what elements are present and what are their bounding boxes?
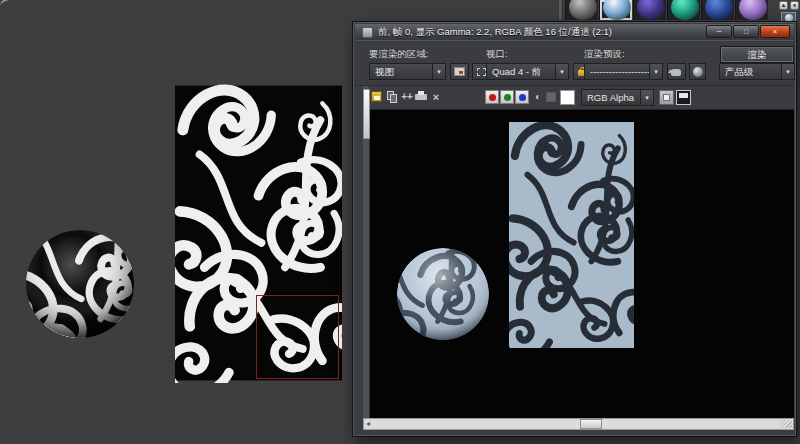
vertical-scrollbar[interactable] bbox=[363, 86, 370, 418]
render-region-outline[interactable] bbox=[256, 295, 339, 379]
alpha-channel-button[interactable] bbox=[546, 92, 556, 102]
green-channel-button[interactable] bbox=[500, 90, 514, 104]
horizontal-scrollbar-thumb[interactable] bbox=[580, 419, 602, 429]
rendered-frame-window: 前, 帧 0, 显示 Gamma: 2.2, RGBA 颜色 16 位/通道 (… bbox=[352, 21, 797, 437]
blue-channel-button[interactable] bbox=[515, 90, 529, 104]
material-sphere-icon bbox=[569, 0, 597, 20]
material-slot-teal[interactable] bbox=[667, 0, 701, 20]
material-slot-lavender[interactable] bbox=[735, 0, 769, 20]
scroll-left-arrow-icon[interactable]: ◂ bbox=[366, 419, 370, 429]
area-to-render-dropdown[interactable]: 视图 ▾ bbox=[369, 63, 446, 80]
save-image-button[interactable] bbox=[370, 90, 384, 104]
crop-region-icon bbox=[477, 68, 486, 76]
material-sphere-icon bbox=[637, 0, 665, 20]
chevron-down-icon: ▾ bbox=[555, 64, 568, 79]
window-titlebar[interactable]: 前, 帧 0, 显示 Gamma: 2.2, RGBA 颜色 16 位/通道 (… bbox=[355, 24, 794, 40]
rendered-plane bbox=[509, 122, 634, 348]
sample-sphere-button[interactable] bbox=[781, 12, 796, 21]
maximize-button[interactable]: □ bbox=[733, 25, 759, 38]
image-icon bbox=[454, 67, 465, 76]
material-sphere-icon bbox=[603, 0, 631, 20]
chevron-down-icon: ▾ bbox=[649, 64, 662, 79]
monochrome-button[interactable]: ◐ bbox=[531, 90, 545, 104]
render-setup-button[interactable] bbox=[667, 63, 686, 80]
background-color-swatch[interactable] bbox=[560, 90, 575, 105]
edit-region-button[interactable] bbox=[450, 63, 469, 80]
vertical-scrollbar-thumb[interactable] bbox=[363, 89, 370, 139]
viewport-dropdown[interactable]: Quad 4 - 前 ▾ bbox=[486, 63, 569, 80]
material-slot-blue[interactable] bbox=[701, 0, 735, 20]
environment-button[interactable] bbox=[689, 63, 706, 80]
render-preset-label: 渲染预设: bbox=[584, 48, 625, 61]
area-to-render-label: 要渲染的区域: bbox=[369, 48, 429, 61]
horizontal-scrollbar[interactable]: ◂ bbox=[363, 418, 794, 430]
sample-type-sphere-button[interactable]: ● bbox=[790, 1, 799, 10]
sample-type-up-button[interactable]: ▲ bbox=[779, 1, 788, 10]
viewport-material-sphere[interactable] bbox=[25, 229, 135, 339]
floppy-disk-icon bbox=[371, 91, 382, 102]
toggle-ui-button[interactable] bbox=[676, 90, 691, 105]
render-controls-toolbar: 要渲染的区域: 视图 ▾ 视口: Quad 4 - 前 ▾ 渲染预设: ----… bbox=[355, 40, 794, 86]
overlay-icon bbox=[663, 94, 670, 101]
viewport-label: 视口: bbox=[486, 48, 508, 61]
clear-image-button[interactable]: × bbox=[429, 90, 443, 104]
rendered-sphere bbox=[396, 247, 490, 341]
channel-display-dropdown[interactable]: RGB Alpha ▾ bbox=[581, 89, 654, 106]
sphere-icon bbox=[785, 14, 793, 21]
teapot-icon bbox=[671, 69, 681, 76]
red-channel-button[interactable] bbox=[485, 90, 499, 104]
render-preset-dropdown[interactable]: ------------------- ▾ bbox=[584, 63, 663, 80]
printer-icon bbox=[415, 94, 427, 100]
toggle-ui-overlays-button[interactable] bbox=[659, 90, 674, 105]
rendered-image-area[interactable] bbox=[363, 110, 794, 418]
chevron-down-icon: ▾ bbox=[781, 64, 794, 79]
chevron-down-icon: ▾ bbox=[432, 64, 445, 79]
material-sphere-icon bbox=[739, 0, 767, 20]
material-slot-indigo[interactable] bbox=[633, 0, 667, 20]
render-quality-dropdown[interactable]: 产品级 ▾ bbox=[719, 63, 795, 80]
chevron-down-icon: ▾ bbox=[640, 90, 653, 105]
copy-image-button[interactable] bbox=[385, 90, 399, 104]
material-sphere-icon bbox=[705, 0, 733, 20]
monitor-icon bbox=[679, 93, 688, 98]
environment-sphere-icon bbox=[693, 67, 703, 77]
material-slots bbox=[565, 0, 769, 20]
material-editor-divider bbox=[558, 0, 563, 20]
resize-grip[interactable] bbox=[780, 420, 792, 428]
image-toolbar: ++ × ◐ RGB Alpha ▾ bbox=[370, 86, 794, 110]
clone-window-button[interactable]: ++ bbox=[400, 90, 414, 104]
blue-dot-icon bbox=[519, 94, 526, 101]
material-slot-textured[interactable] bbox=[599, 0, 633, 20]
render-button[interactable]: 渲染 bbox=[720, 46, 794, 63]
window-teapot-icon bbox=[362, 27, 373, 38]
print-image-button[interactable] bbox=[414, 90, 428, 104]
max-viewport: ▲ ● 前, 帧 0, 显示 Gamma: 2.2, RGBA 颜色 16 位/… bbox=[0, 0, 800, 444]
material-sphere-icon bbox=[671, 0, 699, 20]
material-slot-gray[interactable] bbox=[565, 0, 599, 20]
green-dot-icon bbox=[504, 94, 511, 101]
window-title: 前, 帧 0, 显示 Gamma: 2.2, RGBA 颜色 16 位/通道 (… bbox=[378, 26, 612, 39]
red-dot-icon bbox=[489, 94, 496, 101]
minimize-button[interactable]: ─ bbox=[706, 25, 732, 38]
close-button[interactable]: × bbox=[760, 25, 790, 38]
viewport-pattern-fragment bbox=[0, 0, 29, 12]
